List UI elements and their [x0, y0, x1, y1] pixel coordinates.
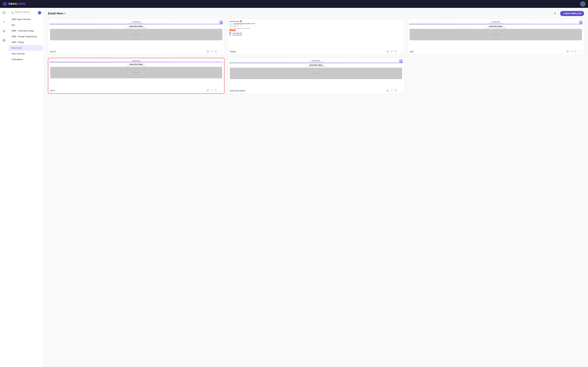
- template-name: test 2: [50, 90, 55, 92]
- svg-point-37: [207, 90, 209, 91]
- edit-icon[interactable]: [391, 50, 393, 53]
- svg-rect-50: [395, 90, 397, 91]
- top-navigation: EMAILHERO 👤: [0, 0, 588, 8]
- sidebar-item-chamaileon[interactable]: Chamaileon: [9, 57, 43, 62]
- svg-rect-15: [220, 22, 221, 24]
- template-card-testing[interactable]: Neue Bewertungen 9 K Randstad Deutschlan…: [228, 19, 404, 55]
- svg-point-38: [207, 90, 208, 91]
- svg-rect-3: [3, 12, 5, 14]
- brands-sidebar: 🔍 + ABM Super SecuritytestABM - Automati…: [8, 8, 44, 367]
- template-badge: ⚙: [579, 20, 583, 24]
- svg-rect-29: [579, 22, 581, 24]
- template-name: asdf: [410, 50, 414, 53]
- sidebar-item-abm-super-security[interactable]: ABM Super Security: [9, 17, 43, 22]
- template-preview: ◆ Email Hero Email Hero News The publish…: [48, 58, 224, 88]
- logo[interactable]: EMAILHERO: [3, 2, 26, 6]
- copy-icon[interactable]: [574, 50, 577, 53]
- svg-line-12: [556, 14, 556, 14]
- template-actions: ⋮: [207, 50, 222, 53]
- copy-icon[interactable]: [395, 50, 397, 53]
- svg-point-34: [567, 51, 568, 52]
- logo-text: EMAILHERO: [9, 2, 26, 5]
- svg-point-24: [387, 51, 388, 52]
- template-name: testing: [230, 50, 236, 53]
- search-button[interactable]: [552, 10, 558, 17]
- email-preview: ◆ Email Hero Random extra text after the…: [48, 19, 224, 42]
- template-footer: testing: [228, 49, 404, 54]
- template-actions: ⋮: [386, 89, 402, 92]
- copy-icon[interactable]: [215, 50, 217, 53]
- preview-icon[interactable]: [566, 50, 569, 53]
- more-button[interactable]: ⋮: [399, 89, 402, 92]
- svg-rect-43: [399, 61, 401, 63]
- email-preview: ◆ Email Hero Random extra text after the…: [408, 19, 584, 42]
- copy-icon[interactable]: [215, 89, 217, 92]
- svg-rect-27: [579, 21, 581, 22]
- svg-point-33: [566, 51, 569, 52]
- chevron-down-icon: ▾: [64, 12, 65, 15]
- sidebar-icon-layers[interactable]: [1, 28, 7, 34]
- more-button[interactable]: ⋮: [579, 50, 582, 53]
- edit-icon[interactable]: [211, 50, 213, 53]
- svg-point-20: [208, 51, 208, 52]
- template-badge: ⚙: [399, 59, 403, 63]
- preview-icon[interactable]: [386, 50, 389, 53]
- svg-rect-13: [220, 21, 221, 22]
- svg-rect-14: [221, 21, 223, 22]
- preview-icon[interactable]: [206, 89, 209, 92]
- logo-icon: [3, 2, 7, 6]
- more-button[interactable]: ⋮: [220, 50, 222, 53]
- sidebar-icon-grid[interactable]: [1, 37, 7, 43]
- search-icon: 🔍: [11, 12, 14, 14]
- sidebar-item-inbox-monster[interactable]: Inbox Monster: [9, 51, 43, 57]
- template-card-email-hero-news[interactable]: ◆ Email Hero Random extra text after the…: [228, 58, 404, 94]
- edit-icon[interactable]: [211, 89, 213, 92]
- search-input[interactable]: [10, 10, 42, 14]
- template-footer: asdf: [408, 49, 584, 54]
- sidebar-item-test[interactable]: test: [9, 22, 43, 28]
- user-avatar[interactable]: 👤: [580, 1, 585, 7]
- edit-icon[interactable]: [391, 89, 393, 92]
- svg-rect-9: [3, 41, 4, 42]
- brand-title[interactable]: Email Hero ▾: [48, 12, 65, 15]
- svg-rect-36: [575, 51, 576, 52]
- more-button[interactable]: ⋮: [399, 50, 402, 53]
- email-preview: ◆ Email Hero Email Hero News The publish…: [48, 58, 224, 80]
- svg-text:⚙: ⚙: [582, 23, 583, 24]
- svg-rect-28: [581, 21, 582, 22]
- header-actions: + NEW TEMPLATE: [552, 10, 584, 17]
- template-card-test2[interactable]: ◆ Email Hero Email Hero News The publish…: [48, 58, 225, 94]
- sidebar-icon-tools[interactable]: [1, 19, 7, 25]
- svg-rect-10: [4, 41, 5, 42]
- template-card-asdf[interactable]: ◆ Email Hero Random extra text after the…: [407, 19, 584, 55]
- add-brand-button[interactable]: +: [38, 11, 41, 14]
- template-footer: test 2: [48, 88, 224, 93]
- template-footer: Email Hero News: [228, 88, 404, 93]
- icon-sidebar: [0, 8, 8, 367]
- main-header: Email Hero ▾ + NEW TEMPLATE: [44, 8, 588, 19]
- sidebar-item-abm-wings[interactable]: ABM - Wings: [9, 39, 43, 45]
- template-actions: ⋮: [206, 89, 222, 92]
- sidebar-item-abm-design-engineering[interactable]: ABM - Design Engineering: [9, 33, 43, 39]
- template-name: test 21: [50, 50, 56, 53]
- svg-text:⚙: ⚙: [222, 23, 223, 24]
- main-content: Email Hero ▾ + NEW TEMPLATE ◆: [44, 8, 588, 367]
- sidebar-item-email-hero[interactable]: Email Hero: [9, 45, 43, 51]
- more-button[interactable]: ⋮: [219, 89, 222, 92]
- preview-icon[interactable]: [386, 90, 389, 92]
- svg-rect-26: [395, 51, 397, 52]
- sidebar-item-abm-automation-mag[interactable]: ABM - Automation Mag: [9, 28, 43, 33]
- svg-rect-41: [399, 60, 401, 61]
- template-preview: ◆ Email Hero Random extra text after the…: [408, 19, 584, 49]
- copy-icon[interactable]: [395, 89, 397, 92]
- template-card-test21[interactable]: ◆ Email Hero Random extra text after the…: [48, 19, 225, 55]
- sidebar-icon-inbox[interactable]: [1, 10, 7, 16]
- svg-rect-8: [4, 39, 5, 40]
- templates-grid: ◆ Email Hero Random extra text after the…: [44, 19, 588, 367]
- edit-icon[interactable]: [571, 50, 573, 53]
- template-badge: ⚙: [219, 20, 223, 24]
- preview-icon[interactable]: [207, 50, 209, 53]
- new-template-button[interactable]: + NEW TEMPLATE: [560, 11, 584, 16]
- svg-point-47: [387, 90, 389, 92]
- svg-rect-22: [216, 51, 217, 52]
